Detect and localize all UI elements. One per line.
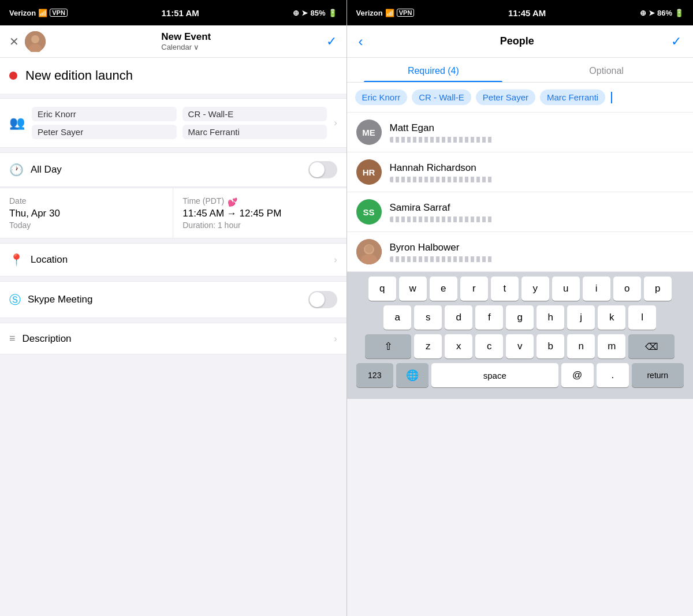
date-section[interactable]: Date Thu, Apr 30 Today: [0, 188, 173, 238]
contact-name-1: Hannah Richardson: [390, 162, 684, 174]
key-d[interactable]: d: [445, 305, 472, 330]
contact-email-2: [390, 216, 494, 222]
tabs-row: Required (4) Optional: [347, 58, 694, 83]
status-bar-left: Verizon 📶 VPN 11:51 AM ⊕ ➤ 85% 🔋: [0, 0, 346, 25]
attendee-3: Marc Ferranti: [182, 125, 327, 139]
key-k[interactable]: k: [598, 305, 625, 330]
battery-icon-right: 🔋: [675, 9, 684, 17]
vpn-badge-left: VPN: [50, 9, 68, 17]
keyboard: q w e r t y u i o p a s d f g h j k l ⇧ …: [347, 272, 694, 399]
description-section[interactable]: ≡ Description ›: [0, 323, 346, 354]
key-j[interactable]: j: [567, 305, 595, 330]
carrier-left: Verizon: [9, 9, 36, 17]
space-key[interactable]: space: [431, 363, 558, 387]
contact-name-2: Samira Sarraf: [390, 202, 684, 214]
event-title-field[interactable]: New edition launch: [25, 68, 133, 83]
key-g[interactable]: g: [506, 305, 534, 330]
key-o[interactable]: o: [613, 277, 641, 301]
contact-info-1: Hannah Richardson: [390, 162, 684, 182]
allday-label: All Day: [31, 164, 301, 176]
direction-icon-right: ➤: [649, 9, 655, 17]
contact-item-3[interactable]: Byron Halbower: [347, 232, 694, 272]
skype-icon: Ⓢ: [9, 292, 21, 308]
contact-email-3: [390, 256, 494, 262]
left-panel: Verizon 📶 VPN 11:51 AM ⊕ ➤ 85% 🔋 ✕ New E…: [0, 0, 347, 616]
key-v[interactable]: v: [506, 334, 534, 359]
people-title: People: [500, 35, 534, 47]
battery-icon-left: 🔋: [328, 9, 337, 17]
key-p[interactable]: p: [644, 277, 672, 301]
contact-name-0: Matt Egan: [390, 122, 684, 134]
key-i[interactable]: i: [583, 277, 610, 301]
time-right: 11:45 AM: [508, 8, 546, 18]
confirm-button-right[interactable]: ✓: [671, 34, 681, 49]
contact-item-2[interactable]: SS Samira Sarraf: [347, 192, 694, 232]
chip-2[interactable]: Peter Sayer: [476, 89, 535, 105]
contact-info-2: Samira Sarraf: [390, 202, 684, 222]
key-q[interactable]: q: [368, 277, 396, 301]
chip-0[interactable]: Eric Knorr: [355, 89, 408, 105]
contact-list: ME Matt Egan HR Hannah Richardson SS Sam…: [347, 113, 694, 272]
key-w[interactable]: w: [399, 277, 427, 301]
carrier-right: Verizon: [356, 9, 383, 17]
key-z[interactable]: z: [414, 334, 442, 359]
status-right-right-area: ⊕ ➤ 86% 🔋: [640, 9, 684, 17]
location-label: Location: [31, 254, 327, 266]
key-m[interactable]: m: [598, 334, 625, 359]
wifi-icon-right: 📶: [385, 9, 394, 17]
key-f[interactable]: f: [475, 305, 503, 330]
confirm-button-left[interactable]: ✓: [326, 34, 337, 49]
at-key[interactable]: @: [561, 363, 594, 387]
date-sub: Today: [9, 221, 163, 230]
chip-3[interactable]: Marc Ferranti: [540, 89, 605, 105]
keyboard-row-1: q w e r t y u i o p: [349, 277, 691, 301]
attendee-1: CR - Wall-E: [182, 107, 327, 121]
svg-point-6: [365, 245, 373, 253]
status-left: Verizon 📶 VPN: [9, 9, 68, 17]
duration-value: Duration: 1 hour: [182, 221, 337, 230]
globe-key[interactable]: 🌐: [396, 363, 429, 387]
delete-key[interactable]: ⌫: [628, 334, 675, 359]
attendees-section[interactable]: 👥 Eric Knorr CR - Wall-E Peter Sayer Mar…: [0, 98, 346, 148]
skype-toggle[interactable]: [308, 291, 337, 308]
key-a[interactable]: a: [383, 305, 411, 330]
location-icon: 📍: [9, 253, 24, 267]
numbers-key[interactable]: 123: [356, 363, 393, 387]
location-icon-right: ⊕: [640, 9, 646, 17]
tab-required[interactable]: Required (4): [347, 58, 520, 82]
key-l[interactable]: l: [628, 305, 656, 330]
contact-item-1[interactable]: HR Hannah Richardson: [347, 152, 694, 192]
chip-1[interactable]: CR - Wall-E: [412, 89, 471, 105]
close-button[interactable]: ✕: [9, 35, 19, 48]
key-u[interactable]: u: [552, 277, 580, 301]
location-section[interactable]: 📍 Location ›: [0, 243, 346, 277]
key-y[interactable]: y: [521, 277, 549, 301]
return-key[interactable]: return: [632, 363, 684, 387]
contact-info-3: Byron Halbower: [390, 242, 684, 262]
key-t[interactable]: t: [491, 277, 519, 301]
new-event-navbar: ✕ New Event Calendar ∨ ✓: [0, 25, 346, 58]
status-bar-right: Verizon 📶 VPN 11:45 AM ⊕ ➤ 86% 🔋: [347, 0, 694, 25]
key-s[interactable]: s: [414, 305, 442, 330]
back-button[interactable]: ‹: [359, 33, 363, 50]
contact-name-3: Byron Halbower: [390, 242, 684, 253]
text-cursor: [611, 92, 612, 103]
shift-key[interactable]: ⇧: [365, 334, 411, 359]
attendee-2: Peter Sayer: [32, 125, 177, 139]
time-left: 11:51 AM: [162, 8, 199, 18]
key-x[interactable]: x: [445, 334, 472, 359]
key-e[interactable]: e: [430, 277, 457, 301]
tab-optional[interactable]: Optional: [520, 58, 693, 82]
dot-key[interactable]: .: [597, 363, 629, 387]
vpn-badge-right: VPN: [397, 9, 415, 17]
allday-toggle[interactable]: [308, 161, 337, 178]
keyboard-row-2: a s d f g h j k l: [349, 305, 691, 330]
key-n[interactable]: n: [567, 334, 595, 359]
key-h[interactable]: h: [536, 305, 564, 330]
time-section[interactable]: Time (PDT) 💕 11:45 AM → 12:45 PM Duratio…: [173, 188, 346, 238]
contact-item-0[interactable]: ME Matt Egan: [347, 113, 694, 152]
key-b[interactable]: b: [536, 334, 564, 359]
key-c[interactable]: c: [475, 334, 503, 359]
event-title-area: New Event Calendar ∨: [161, 31, 211, 51]
key-r[interactable]: r: [460, 277, 488, 301]
